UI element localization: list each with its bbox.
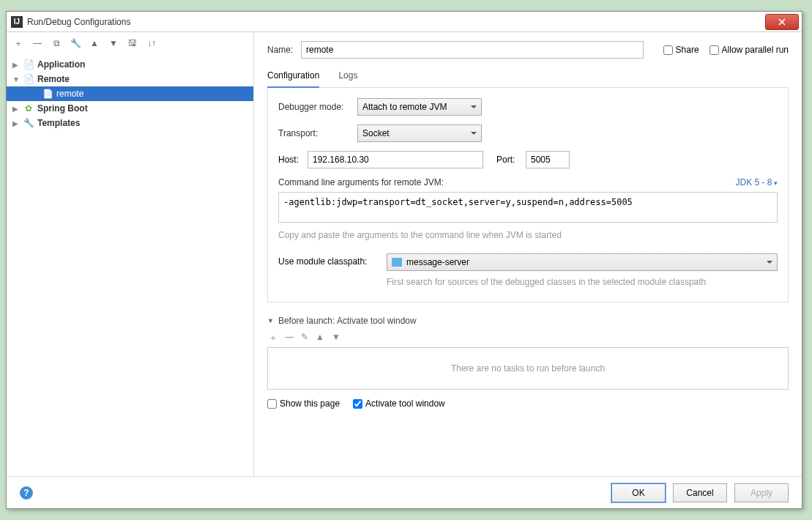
before-launch-section: ▼ Before launch: Activate tool window ＋ … <box>267 316 789 409</box>
tree-node-remote-child[interactable]: 📄 remote <box>7 86 253 101</box>
apply-button[interactable]: Apply <box>734 483 789 502</box>
module-row: Use module classpath: message-server Fir… <box>278 253 778 289</box>
tree-node-remote[interactable]: ▼ 📄 Remote <box>7 72 253 86</box>
remote-icon: 📄 <box>23 74 34 84</box>
dialog-footer: ? OK Cancel Apply <box>7 476 802 508</box>
launch-checks: Show this page Activate tool window <box>267 398 789 409</box>
right-options: Share Allow parallel run <box>663 45 789 55</box>
ok-button[interactable]: OK <box>611 483 666 502</box>
module-classpath-label: Use module classpath: <box>278 253 387 267</box>
before-launch-empty: There are no tasks to run before launch <box>267 347 789 390</box>
move-down-button[interactable]: ▼ <box>108 37 119 49</box>
chevron-down-icon: ▼ <box>267 317 274 324</box>
module-hint: First search for sources of the debugged… <box>387 275 778 289</box>
cancel-button[interactable]: Cancel <box>673 483 727 502</box>
chevron-down-icon: ▼ <box>12 75 21 83</box>
port-input[interactable] <box>526 151 570 168</box>
bl-up-button[interactable]: ▲ <box>316 332 324 344</box>
bl-remove-button[interactable]: — <box>285 332 294 344</box>
allow-parallel-checkbox[interactable]: Allow parallel run <box>709 45 789 55</box>
config-toolbar: ＋ — ⧉ 🔧 ▲ ▼ 🖫 ↓↑ <box>7 32 253 54</box>
config-tree: ▶ 📄 Application ▼ 📄 Remote 📄 remote ▶ ✿ … <box>7 54 253 476</box>
tree-node-application[interactable]: ▶ 📄 Application <box>7 57 253 72</box>
tabs: Configuration Logs <box>267 66 789 88</box>
debugger-mode-select[interactable]: Attach to remote JVM <box>357 98 482 116</box>
host-port-row: Host: Port: <box>278 151 778 168</box>
close-button[interactable] <box>765 14 799 30</box>
chevron-right-icon: ▶ <box>12 105 21 113</box>
tree-node-spring-boot[interactable]: ▶ ✿ Spring Boot <box>7 101 253 116</box>
before-launch-toolbar: ＋ — ✎ ▲ ▼ <box>269 332 789 344</box>
show-this-page-checkbox[interactable]: Show this page <box>267 398 340 409</box>
settings-icon[interactable]: 🔧 <box>70 37 81 49</box>
remote-icon: 📄 <box>42 89 53 99</box>
activate-tool-window-checkbox[interactable]: Activate tool window <box>353 398 445 409</box>
share-checkbox[interactable]: Share <box>663 45 699 55</box>
debugger-mode-row: Debugger mode: Attach to remote JVM <box>278 98 778 116</box>
remove-config-button[interactable]: — <box>31 37 43 49</box>
bl-edit-button[interactable]: ✎ <box>301 332 308 344</box>
cmd-args-label: Command line arguments for remote JVM: <box>278 177 444 187</box>
footer-buttons: OK Cancel Apply <box>611 483 789 502</box>
chevron-right-icon: ▶ <box>12 119 21 127</box>
cmd-args-label-row: Command line arguments for remote JVM: J… <box>278 177 778 187</box>
port-label: Port: <box>496 155 526 165</box>
main-panel: Name: Share Allow parallel run Configura… <box>254 32 802 476</box>
tree-node-templates[interactable]: ▶ 🔧 Templates <box>7 116 253 130</box>
sidebar: ＋ — ⧉ 🔧 ▲ ▼ 🖫 ↓↑ ▶ 📄 Application ▼ 📄 Re <box>7 32 254 476</box>
module-icon <box>392 258 402 267</box>
wrench-icon: 🔧 <box>23 118 34 128</box>
dialog-body: ＋ — ⧉ 🔧 ▲ ▼ 🖫 ↓↑ ▶ 📄 Application ▼ 📄 Re <box>7 32 802 476</box>
transport-label: Transport: <box>278 128 357 138</box>
before-launch-header[interactable]: ▼ Before launch: Activate tool window <box>267 316 789 326</box>
cmd-args-box[interactable]: -agentlib:jdwp=transport=dt_socket,serve… <box>278 192 778 223</box>
sort-button[interactable]: ↓↑ <box>146 37 157 49</box>
run-debug-dialog: IJ Run/Debug Configurations ＋ — ⧉ 🔧 ▲ ▼ … <box>6 11 802 509</box>
cmd-args-hint: Copy and paste the arguments to the comm… <box>278 230 778 240</box>
titlebar: IJ Run/Debug Configurations <box>7 12 802 32</box>
name-row: Name: Share Allow parallel run <box>267 41 789 59</box>
help-button[interactable]: ? <box>20 486 33 499</box>
debugger-mode-label: Debugger mode: <box>278 102 357 112</box>
save-template-button[interactable]: 🖫 <box>127 37 138 49</box>
app-icon: IJ <box>11 16 23 28</box>
module-select-wrap: message-server First search for sources … <box>387 253 778 289</box>
application-icon: 📄 <box>23 59 34 70</box>
name-input[interactable] <box>301 41 644 59</box>
module-classpath-select[interactable]: message-server <box>387 253 778 271</box>
move-up-button[interactable]: ▲ <box>89 37 100 49</box>
spring-icon: ✿ <box>23 103 34 114</box>
tab-configuration[interactable]: Configuration <box>267 66 319 88</box>
jdk-version-link[interactable]: JDK 5 - 8 <box>735 177 778 187</box>
chevron-right-icon: ▶ <box>12 61 21 69</box>
bl-down-button[interactable]: ▼ <box>332 332 340 344</box>
bl-add-button[interactable]: ＋ <box>269 332 278 344</box>
close-icon <box>778 18 786 26</box>
configuration-panel: Debugger mode: Attach to remote JVM Tran… <box>267 88 789 302</box>
transport-select[interactable]: Socket <box>357 125 482 142</box>
host-label: Host: <box>278 155 308 165</box>
transport-row: Transport: Socket <box>278 125 778 142</box>
host-input[interactable] <box>308 151 483 168</box>
add-config-button[interactable]: ＋ <box>12 37 24 49</box>
tab-logs[interactable]: Logs <box>338 66 357 87</box>
name-label: Name: <box>267 45 301 55</box>
copy-config-button[interactable]: ⧉ <box>51 37 62 49</box>
window-title: Run/Debug Configurations <box>27 17 765 27</box>
